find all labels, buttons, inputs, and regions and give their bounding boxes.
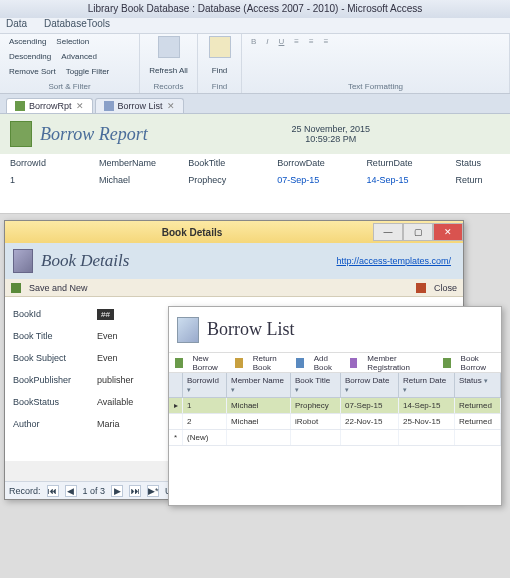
add-book-button[interactable]: Add Book [314,354,340,372]
col-booktitle[interactable]: Book Title [291,373,341,397]
menu-data[interactable]: Data [6,18,27,29]
close-icon [416,283,426,293]
align-left-button[interactable]: ≡ [291,36,302,47]
cell-borrowdate[interactable]: 07-Sep-15 [341,398,399,413]
cell-status[interactable]: Returned [455,398,501,413]
nav-new-button[interactable]: ▶* [147,485,159,497]
toggle-filter-button[interactable]: Toggle Filter [63,66,113,77]
close-icon[interactable]: ✕ [167,101,175,111]
return-book-button[interactable]: Return Book [253,354,286,372]
window-title: Book Details [11,227,373,238]
ribbon-group-records: Refresh All Records [140,34,198,93]
cell-book[interactable]: iRobot [291,414,341,429]
close-icon[interactable]: ✕ [76,101,84,111]
sort-ascending-button[interactable]: Ascending [6,36,49,47]
refresh-all-button[interactable]: Refresh All [146,65,191,76]
selection-button[interactable]: Selection [53,36,92,47]
member-registration-button[interactable]: Member Registration [367,354,423,372]
menu-bar: Data DatabaseTools [0,18,510,34]
col-borrowid: BorrowId [10,158,99,168]
cell-status[interactable]: Returned [455,414,501,429]
col-membername[interactable]: Member Name [227,373,291,397]
report-header: Borrow Report 25 November, 2015 10:59:28… [0,114,510,154]
tab-label: Borrow List [118,101,163,111]
cell-returndate[interactable]: 14-Sep-15 [366,175,455,185]
nav-next-button[interactable]: ▶ [111,485,123,497]
cell-member[interactable]: Michael [227,398,291,413]
col-borrowid[interactable]: BorrowId [183,373,227,397]
align-center-button[interactable]: ≡ [306,36,317,47]
tab-label: BorrowRpt [29,101,72,111]
cell-borrowdate[interactable]: 07-Sep-15 [277,175,366,185]
underline-button[interactable]: U [276,36,288,47]
bold-button[interactable]: B [248,36,259,47]
cell-member[interactable]: Michael [227,414,291,429]
align-right-button[interactable]: ≡ [321,36,332,47]
report-title: Borrow Report [40,124,148,145]
maximize-button[interactable]: ▢ [403,223,433,241]
nav-prev-button[interactable]: ◀ [65,485,77,497]
cell-id: 1 [10,175,99,185]
menu-databasetools[interactable]: DatabaseTools [44,18,110,29]
new-borrow-button[interactable]: New Borrow [193,354,226,372]
bookid-value[interactable]: ## [97,309,114,320]
cell-book[interactable]: Prophecy [291,398,341,413]
cell-returndate[interactable]: 25-Nov-15 [399,414,455,429]
table-row[interactable]: 2 Michael iRobot 22-Nov-15 25-Nov-15 Ret… [169,414,501,430]
record-label: Record: [9,486,41,496]
ribbon-group-label: Sort & Filter [6,82,133,91]
nav-last-button[interactable]: ⏭ [129,485,141,497]
minimize-button[interactable]: — [373,223,403,241]
return-icon [235,358,243,368]
refresh-icon[interactable] [158,36,180,58]
cell-id[interactable]: 1 [183,398,227,413]
label-author: Author [13,419,93,429]
row-selector[interactable] [169,414,183,429]
find-icon[interactable] [209,36,231,58]
member-icon [350,358,358,368]
table-row-new[interactable]: * (New) [169,430,501,446]
window-titlebar[interactable]: Book Details — ▢ ✕ [5,221,463,243]
label-booktitle: Book Title [13,331,93,341]
remove-sort-button[interactable]: Remove Sort [6,66,59,77]
nav-first-button[interactable]: ⏮ [47,485,59,497]
author-value[interactable]: Maria [93,419,120,429]
bookpublisher-value[interactable]: publisher [93,375,134,385]
ribbon-group-label: Records [154,82,184,91]
borrow-list-panel: Borrow List New Borrow Return Book Add B… [168,306,502,506]
details-title: Book Details [41,251,129,271]
col-status: Status [455,158,500,168]
booktitle-value[interactable]: Even [93,331,118,341]
cell-id[interactable]: 2 [183,414,227,429]
col-returndate[interactable]: Return Date [399,373,455,397]
tab-borrowrpt[interactable]: BorrowRpt ✕ [6,98,93,113]
table-row[interactable]: ▸ 1 Michael Prophecy 07-Sep-15 14-Sep-15… [169,398,501,414]
col-returndate: ReturnDate [366,158,455,168]
save-icon [11,283,21,293]
label-bookid: BookId [13,309,93,319]
italic-button[interactable]: I [263,36,271,47]
report-row: 1 Michael Prophecy 07-Sep-15 14-Sep-15 R… [0,172,510,188]
book-icon [443,358,451,368]
save-and-new-button[interactable]: Save and New [29,283,88,293]
template-link[interactable]: http://access-templates.com/ [336,256,451,266]
book-borrow-button[interactable]: Book Borrow [461,354,495,372]
sort-descending-button[interactable]: Descending [6,51,54,62]
tab-borrowlist[interactable]: Borrow List ✕ [95,98,184,113]
form-icon [104,101,114,111]
col-borrowdate[interactable]: Borrow Date [341,373,399,397]
cell-returndate[interactable]: 14-Sep-15 [399,398,455,413]
cell-borrowdate[interactable]: 22-Nov-15 [341,414,399,429]
close-button[interactable]: ✕ [433,223,463,241]
cell-book: Prophecy [188,175,277,185]
find-button[interactable]: Find [209,65,231,76]
row-selector[interactable]: ▸ [169,398,183,413]
close-form-button[interactable]: Close [434,283,457,293]
row-selector-col [169,373,183,397]
bookstatus-value[interactable]: Available [93,397,133,407]
advanced-button[interactable]: Advanced [58,51,100,62]
booksubject-value[interactable]: Even [93,353,118,363]
col-status[interactable]: Status [455,373,501,397]
new-record-link[interactable]: (New) [183,430,227,445]
row-selector[interactable]: * [169,430,183,445]
